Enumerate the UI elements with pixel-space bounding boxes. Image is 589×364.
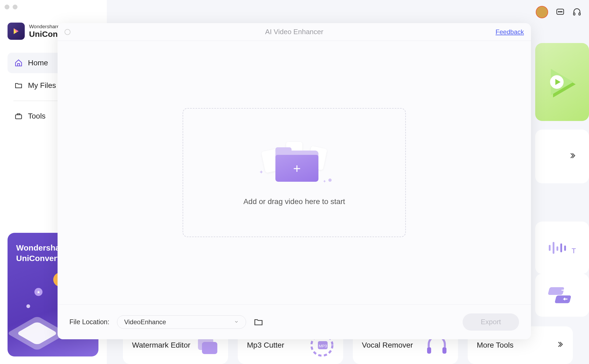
svg-rect-8 [549,245,551,251]
briefcase-icon [15,112,23,120]
transfer-icon [547,283,577,307]
logo-icon [8,23,25,40]
svg-text:T: T [572,247,576,255]
promo-decoration [26,304,30,308]
file-location-value: VideoEnhance [124,318,166,326]
feedback-link[interactable]: Feedback [496,28,524,36]
svg-rect-22 [442,347,446,354]
add-icon: + [275,155,318,182]
window-controls[interactable] [5,5,17,9]
file-location-label: File Location: [69,318,109,326]
feature-tile[interactable]: T [535,222,589,274]
tool-card-label: Vocal Remover [362,341,413,349]
scrollbar[interactable] [585,4,588,360]
chevron-right-icon [568,151,576,162]
svg-rect-11 [560,243,562,252]
tool-card-label: More Tools [477,341,513,349]
svg-rect-12 [564,245,566,251]
export-button[interactable]: Export [463,313,519,331]
scrollbar-thumb[interactable] [585,4,588,289]
modal-footer: File Location: VideoEnhance Export [58,304,531,339]
feature-tile[interactable] [535,274,589,317]
svg-text:MP3: MP3 [319,344,327,348]
modal-close-button[interactable] [65,29,70,35]
feature-tile[interactable] [535,43,589,121]
svg-point-3 [560,11,561,12]
chat-icon[interactable] [556,8,565,17]
sidebar-item-label: My Files [28,81,56,90]
modal-header: AI Video Enhancer Feedback [58,23,531,41]
folder-icon [15,81,23,90]
svg-point-2 [558,11,559,12]
modal-body: + ✦ ✦ Add or drag video here to start [58,41,531,304]
home-icon [15,59,23,67]
audio-wave-icon: T [547,237,577,259]
tool-card-label: Watermark Editor [132,341,190,349]
svg-rect-14 [548,287,565,295]
ai-video-enhancer-modal: AI Video Enhancer Feedback + ✦ ✦ Add or … [58,23,531,339]
svg-rect-21 [427,347,431,354]
svg-rect-5 [573,13,575,15]
svg-rect-10 [556,246,558,251]
headset-icon[interactable] [572,8,581,17]
file-location-select[interactable]: VideoEnhance [117,315,246,329]
drop-zone-illustration: + ✦ ✦ [261,139,328,182]
svg-rect-6 [579,13,580,15]
feature-tile[interactable] [535,130,589,183]
user-avatar[interactable] [536,6,548,18]
chevron-right-icon [556,340,564,350]
window-close-dot[interactable] [5,5,9,9]
svg-rect-15 [555,295,571,303]
svg-rect-9 [553,242,555,254]
play-icon [543,63,581,101]
window-minimize-dot[interactable] [13,5,17,9]
drop-zone-text: Add or drag video here to start [243,197,345,206]
tool-card-label: Mp3 Cutter [247,341,284,349]
chevron-down-icon [234,318,239,326]
sidebar-item-label: Home [28,59,48,67]
open-folder-button[interactable] [254,317,263,327]
star-icon: ★ [34,288,42,296]
svg-point-4 [561,11,562,12]
svg-rect-17 [202,342,217,354]
sidebar-item-label: Tools [28,112,45,120]
header-actions [536,6,581,18]
modal-title: AI Video Enhancer [265,28,323,36]
video-drop-zone[interactable]: + ✦ ✦ Add or drag video here to start [183,108,406,237]
svg-rect-0 [16,115,22,119]
